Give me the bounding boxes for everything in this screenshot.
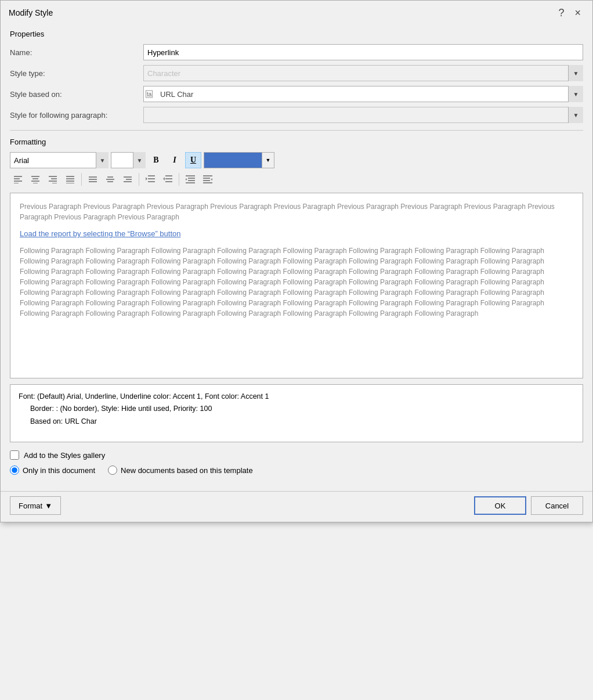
svg-rect-40 [203,180,210,181]
underline-button[interactable]: U [185,152,201,168]
properties-label: Properties [10,30,583,38]
align-separator-3 [179,173,179,186]
help-button[interactable]: ? [555,6,567,19]
svg-rect-24 [124,181,132,182]
font-select[interactable]: Arial [10,152,109,168]
alignment-toolbar [10,172,583,187]
formatting-toolbar: Arial ▼ ▼ B I [10,152,583,168]
indent-left-icon [186,175,195,183]
svg-marker-42 [211,178,212,181]
modify-style-dialog: Modify Style ? × Properties Name: Style … [0,0,593,522]
ok-button[interactable]: OK [474,496,526,515]
align-right-button[interactable] [45,172,61,187]
indent-right-button[interactable] [200,172,216,187]
description-box: Font: (Default) Arial, Underline, Underl… [10,384,583,442]
description-line3: Based on: URL Char [19,416,574,428]
only-in-document-item: Only in this document [10,466,95,475]
svg-rect-14 [66,181,74,182]
align2-right-button[interactable] [120,172,136,187]
add-to-gallery-checkbox[interactable] [10,450,19,460]
format-dropdown-arrow: ▼ [45,501,52,510]
svg-rect-6 [31,181,39,182]
color-swatch[interactable] [204,152,262,168]
svg-marker-32 [163,177,165,181]
size-select[interactable] [111,152,146,168]
svg-rect-30 [165,178,172,179]
align-separator-2 [139,173,139,186]
svg-rect-0 [14,176,22,177]
svg-rect-38 [203,175,212,176]
svg-rect-26 [148,178,155,179]
only-in-document-label: Only in this document [23,466,95,475]
italic-button[interactable]: I [167,152,183,168]
radio-row: Only in this document New documents base… [10,466,583,475]
align2-left-button[interactable] [85,172,101,187]
svg-rect-31 [165,181,172,182]
description-line1: Font: (Default) Arial, Underline, Underl… [19,391,574,403]
preview-sample-link[interactable]: Load the report by selecting the “Browse… [20,229,181,238]
add-to-gallery-label: Add to the Styles gallery [24,451,105,460]
decrease-indent-button[interactable] [160,172,176,187]
color-dropdown-button[interactable]: ▼ [262,152,274,168]
name-input[interactable] [143,44,583,60]
style-type-row: Style type: Character ▼ [10,65,583,81]
close-button[interactable]: × [571,6,584,19]
divider-1 [10,130,583,131]
format-button[interactable]: Format ▼ [10,496,61,515]
properties-section: Properties Name: Style type: Character [10,30,583,123]
align2-left-icon [89,176,97,183]
only-in-document-radio[interactable] [10,466,19,475]
style-based-label: Style based on: [10,90,143,99]
cancel-button[interactable]: Cancel [531,496,583,515]
indent-right-icon [203,175,212,183]
align-justify-icon [66,176,74,183]
svg-rect-39 [203,178,210,179]
align2-center-icon [106,176,114,183]
svg-rect-2 [14,181,22,182]
svg-rect-15 [66,183,74,183]
svg-rect-20 [106,179,114,180]
svg-rect-25 [148,175,155,176]
add-to-gallery-row: Add to the Styles gallery [10,450,583,460]
new-documents-radio[interactable] [108,466,117,475]
style-type-select[interactable]: Character [143,65,583,81]
svg-rect-11 [52,183,57,183]
style-based-wrapper: ta URL Char ▼ [143,86,583,102]
color-btn-wrapper: ▼ [204,152,274,168]
size-select-wrapper: ▼ [111,152,146,168]
svg-marker-28 [146,177,147,181]
svg-rect-1 [14,178,20,179]
svg-rect-4 [31,176,39,177]
increase-indent-button[interactable] [142,172,158,187]
preview-box: Previous Paragraph Previous Paragraph Pr… [10,193,583,378]
align2-center-button[interactable] [102,172,118,187]
align-left-button[interactable] [10,172,26,187]
description-line2: Border: : (No border), Style: Hide until… [19,403,574,415]
svg-rect-9 [51,178,57,179]
indent-left-button[interactable] [182,172,198,187]
name-label: Name: [10,48,143,57]
align-center-button[interactable] [27,172,44,187]
name-value-wrapper [143,44,583,60]
footer-right: OK Cancel [474,496,583,515]
align-right-icon [49,176,57,183]
align2-right-icon [124,176,132,183]
style-based-select[interactable]: URL Char [143,86,583,102]
preview-following-text: Following Paragraph Following Paragraph … [20,246,573,319]
style-following-row: Style for following paragraph: ▼ [10,107,583,123]
style-following-select[interactable] [143,107,583,123]
bold-button[interactable]: B [148,152,164,168]
align-justify-button[interactable] [62,172,78,187]
align-left-icon [14,176,22,183]
footer-left: Format ▼ [10,496,61,515]
dialog-body: Properties Name: Style type: Character [1,23,592,491]
svg-rect-13 [66,178,74,179]
formatting-section: Formatting Arial ▼ ▼ [10,138,583,187]
style-type-label: Style type: [10,69,143,78]
svg-rect-34 [188,178,195,179]
svg-rect-19 [107,176,113,178]
title-bar-controls: ? × [555,6,584,19]
svg-rect-27 [148,181,155,182]
formatting-label: Formatting [10,138,583,146]
style-type-wrapper: Character ▼ [143,65,583,81]
